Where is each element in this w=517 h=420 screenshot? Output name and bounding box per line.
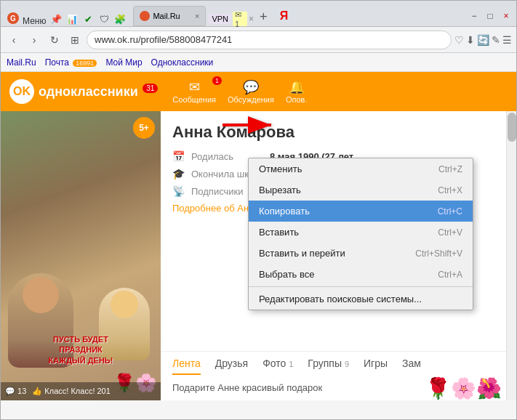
settings-icon[interactable]: ☰ [502,34,512,46]
cut-label: Вырезать [259,185,301,195]
ok-nav: ✉ Сообщения 1 💬 Обсуждения 🔔 Опов. [172,79,307,104]
bookmark-moimir[interactable]: Мой Мир [105,57,142,68]
context-menu-paste-go[interactable]: Вставить и перейти Ctrl+Shift+V [249,243,473,264]
address-input[interactable] [87,31,452,49]
discussions-label: Обсуждения [228,95,274,104]
browser-window: G Меню 📌 📊 ✔ 🛡 🧩 Mail.Ru × VPN ✉ 1 × + Я [0,0,517,420]
tab-close-mailru[interactable]: × [195,12,199,20]
tab-label-mailru: Mail.Ru [153,12,180,20]
tab-mailru[interactable]: Mail.Ru × [133,6,206,26]
context-menu-divider [249,286,473,287]
download-icon[interactable]: ⬇ [466,34,475,46]
close-button[interactable]: × [499,9,513,23]
bookmark-icon[interactable]: 📌 [49,12,63,26]
yandex-search-button[interactable]: Я [273,6,295,26]
paste-label: Вставить [259,227,299,238]
tab-zam[interactable]: Зам [402,358,421,375]
school-icon: 🎓 [172,168,185,179]
paste-go-label: Вставить и перейти [259,248,345,259]
context-menu: Отменить Ctrl+Z Вырезать Ctrl+X Копирова… [248,158,473,310]
favorite-icon[interactable]: ♡ [454,34,464,46]
vpn-badge[interactable]: VPN [209,14,231,24]
age-badge: 5+ [133,117,155,139]
new-tab-button[interactable]: + [254,9,273,25]
copy-label: Копировать [259,206,310,217]
context-menu-cut[interactable]: Вырезать Ctrl+X [249,179,473,201]
tab-druzya[interactable]: Друзья [215,358,248,375]
bookmark-ok[interactable]: Одноклассники [151,57,214,68]
ok-site-name: одноклассники [39,84,138,99]
paste-go-shortcut: Ctrl+Shift+V [415,249,462,259]
paste-shortcut: Ctrl+V [438,227,462,238]
pochta-badge: 16991 [73,60,97,67]
profile-tabs: Лента Друзья Фото 1 Группы 9 Игры Зам [161,351,516,375]
address-right-icons: ♡ ⬇ 🔄 ✎ ☰ [454,34,512,46]
sync-icon[interactable]: 🔄 [477,34,489,46]
tab-gruppy[interactable]: Группы 9 [308,358,349,375]
undo-label: Отменить [259,163,302,174]
select-all-label: Выбрать все [259,269,314,280]
edit-icon[interactable]: ✎ [492,34,500,46]
ok-logo: OK [9,79,34,104]
foto-count: 1 [289,360,293,368]
photo-text: ПУСТЬ БУДЕТПРАЗДНИККАЖДЫЙ ДЕНЬ! [4,334,157,366]
mail-extension-icon[interactable]: ✉ 1 [233,12,247,26]
context-menu-select-all[interactable]: Выбрать все Ctrl+A [249,264,473,285]
ok-logo-area: OK одноклассники 31 [9,79,158,104]
bookmark-mailru[interactable]: Mail.Ru [7,57,36,68]
feed-text: Подарите Анне красивый подарок [172,382,322,393]
edit-search-label: Редактировать поисковые системы... [259,294,422,304]
photo-overlay: 💬 13 👍 Класс! Класс! 201 [1,382,161,400]
extension-icon[interactable]: 🧩 [113,12,127,26]
subscribers-icon: 📡 [172,185,185,197]
reload-button[interactable]: ↻ [46,31,63,49]
minimize-button[interactable]: − [467,9,481,23]
undo-shortcut: Ctrl+Z [438,164,462,174]
copy-shortcut: Ctrl+C [438,206,462,217]
main-content: OK одноклассники 31 ✉ Сообщения 1 💬 [1,72,516,419]
tab-lenta[interactable]: Лента [172,358,201,375]
shield-icon[interactable]: 🛡 [97,12,111,26]
bookmark-pochta[interactable]: Почта 16991 [45,57,97,68]
bottom-flowers: 🌹🌸🌺 [425,376,502,400]
ok-site-name-area: одноклассники 31 [39,84,158,100]
klassno-count: 👍 Класс! Класс! 201 [32,387,111,396]
menu-label[interactable]: Меню [23,16,46,26]
likes-count: 💬 13 [5,387,26,396]
notifications-label: Опов. [286,95,308,104]
home-button[interactable]: ⊞ [66,31,84,49]
ok-nav-discussions[interactable]: 💬 Обсуждения [228,79,274,104]
profile-photo: 🌹🌸 ПУСТЬ БУДЕТПРАЗДНИККАЖДЫЙ ДЕНЬ! 5+ [1,111,161,400]
tab-separator: × [249,14,254,24]
arrow-to-address [219,114,277,136]
gruppy-count: 9 [345,360,349,368]
maximize-button[interactable]: □ [483,9,497,23]
stats-icon[interactable]: 📊 [65,12,79,26]
back-button[interactable]: ‹ [5,31,23,49]
messages-icon: ✉ [189,79,200,95]
cut-shortcut: Ctrl+X [438,185,462,195]
forward-button[interactable]: › [25,31,43,49]
messages-badge: 1 [212,76,222,85]
tab-bar: G Меню 📌 📊 ✔ 🛡 🧩 Mail.Ru × VPN ✉ 1 × + Я [1,1,516,27]
context-menu-paste[interactable]: Вставить Ctrl+V [249,222,473,243]
context-menu-edit-search[interactable]: Редактировать поисковые системы... [249,288,473,310]
scrollbar-thumb[interactable] [508,113,516,142]
messages-label: Сообщения [172,95,216,104]
address-bar-row: ‹ › ↻ ⊞ ♡ ⬇ 🔄 ✎ ☰ [1,27,516,53]
born-icon: 📅 [172,150,185,162]
notifications-icon: 🔔 [289,79,305,95]
ok-badge: 31 [143,84,158,93]
check-icon[interactable]: ✔ [81,12,95,26]
context-menu-undo[interactable]: Отменить Ctrl+Z [249,158,473,179]
select-all-shortcut: Ctrl+A [438,270,462,280]
tab-igry[interactable]: Игры [364,358,388,375]
ok-nav-notifications[interactable]: 🔔 Опов. [286,79,308,104]
scrollbar[interactable] [506,111,516,400]
ok-nav-messages[interactable]: ✉ Сообщения 1 [172,79,216,104]
context-menu-copy[interactable]: Копировать Ctrl+C [249,201,473,222]
browser-menu-button[interactable]: G [4,10,23,26]
tab-foto[interactable]: Фото 1 [262,358,293,375]
photo-stats: 💬 13 👍 Класс! Класс! 201 [5,387,156,396]
bookmarks-bar: Mail.Ru Почта 16991 Мой Мир Одноклассник… [1,53,516,72]
